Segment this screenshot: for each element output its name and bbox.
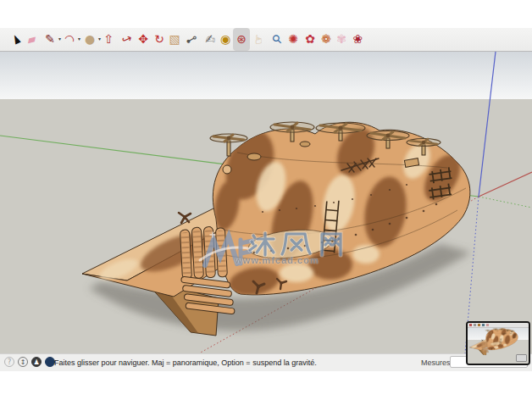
sketchup-window: ►▰✎▾◠▾●▾⇧↪✥↻▧⊷✍◉⊛☞⚲✺✿❁✾❀ <box>0 0 532 400</box>
zoom-extents-icon: ✺ <box>288 28 298 51</box>
select-tool-button[interactable]: ► <box>7 28 24 51</box>
scale-icon: ▧ <box>169 28 180 51</box>
status-icons: ?↕♟ <box>4 357 55 368</box>
zoom-tool-button[interactable]: ⚲ <box>269 28 285 51</box>
move-icon: ✥ <box>138 28 148 51</box>
position-camera-tool-button[interactable]: ❁ <box>318 28 335 51</box>
arc-dropdown-caret[interactable]: ▾ <box>78 35 80 43</box>
previous-view-icon: ✿ <box>305 28 315 51</box>
rotate-tool-button[interactable]: ↻ <box>151 28 168 51</box>
position-camera-icon: ❁ <box>321 28 331 51</box>
model-scene <box>0 52 532 353</box>
circle-icon: ● <box>85 28 95 51</box>
toolbar: ►▰✎▾◠▾●▾⇧↪✥↻▧⊷✍◉⊛☞⚲✺✿❁✾❀ <box>0 28 532 52</box>
move-tool-button[interactable]: ✥ <box>135 28 152 51</box>
eraser-tool-button[interactable]: ▰ <box>23 28 40 51</box>
orbit-icon: ⊛ <box>236 28 247 51</box>
follow-me-tool-button[interactable]: ◉ <box>217 28 234 51</box>
title-bar <box>0 0 532 28</box>
status-hint: Faites glisser pour naviguer. Maj = pano… <box>54 358 317 367</box>
bottom-margin <box>0 371 532 400</box>
walk-tool-button[interactable]: ❀ <box>349 28 366 51</box>
text-tool-button[interactable]: ✍ <box>202 28 219 51</box>
model-credit-icon[interactable]: ♟ <box>31 357 42 367</box>
arc-icon: ◠ <box>61 27 79 53</box>
walk-icon: ❀ <box>352 28 363 51</box>
pan-icon: ☞ <box>247 34 270 45</box>
measurements-label: Mesures <box>421 358 451 367</box>
geolocation-icon[interactable]: ↕ <box>18 357 28 367</box>
status-bar: ?↕♟ Faites glisser pour naviguer. Maj = … <box>0 353 532 371</box>
push-pull-tool-button[interactable]: ⇧ <box>100 28 117 51</box>
look-around-tool-button[interactable]: ✾ <box>333 28 350 51</box>
offset-icon: ↪ <box>118 27 136 52</box>
pan-tool-button[interactable]: ☞ <box>250 28 267 51</box>
help-icon[interactable]: ? <box>4 357 14 367</box>
previous-view-tool-button[interactable]: ✿ <box>302 28 319 51</box>
tape-measure-icon: ⊷ <box>180 26 202 52</box>
push-pull-icon: ⇧ <box>103 28 114 51</box>
look-around-icon: ✾ <box>336 28 346 51</box>
preview-thumbnail[interactable] <box>466 321 530 365</box>
eraser-icon: ▰ <box>24 27 38 52</box>
viewport-3d[interactable]: www.mfcad.com <box>0 52 532 353</box>
text-icon: ✍ <box>205 28 215 51</box>
zoom-extents-tool-button[interactable]: ✺ <box>285 28 302 51</box>
arc-tool-button[interactable]: ◠▾ <box>61 28 78 51</box>
line-icon: ✎ <box>45 28 55 51</box>
rotate-icon: ↻ <box>154 28 164 51</box>
tape-measure-tool-button[interactable]: ⊷ <box>183 28 200 51</box>
thumbnail-button[interactable] <box>516 354 527 362</box>
offset-tool-button[interactable]: ↪ <box>119 28 136 51</box>
line-tool-button[interactable]: ✎▾ <box>42 28 58 51</box>
circle-tool-button[interactable]: ●▾ <box>81 28 98 51</box>
follow-me-icon: ◉ <box>220 28 230 51</box>
